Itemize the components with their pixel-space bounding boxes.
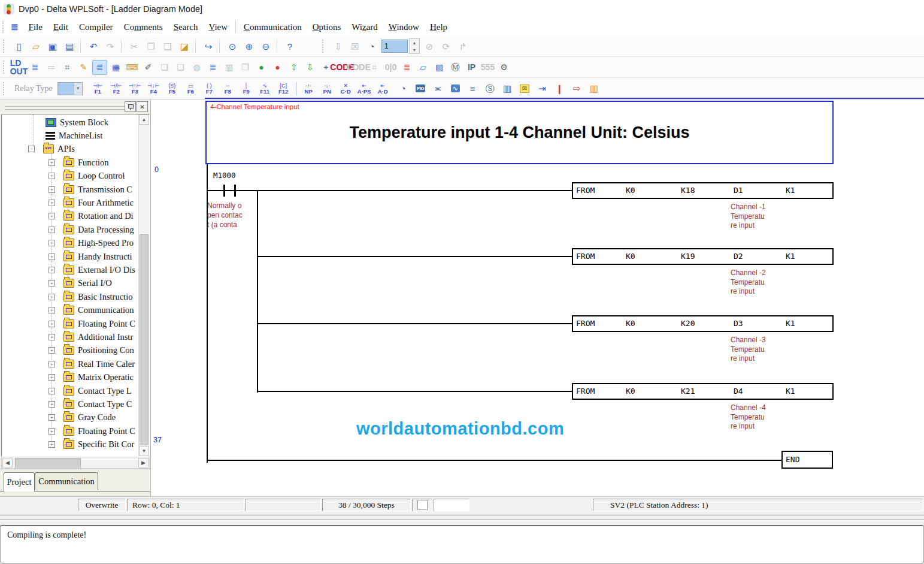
tree-expander[interactable]: + (49, 173, 55, 179)
menu-item[interactable]: Window (383, 20, 425, 34)
tree-expander[interactable]: + (49, 321, 55, 327)
tree-expander[interactable]: + (49, 280, 55, 286)
line-number-icon[interactable]: ≣ (399, 60, 414, 75)
upload-program-icon[interactable]: ⇧ (286, 60, 301, 75)
goto-icon[interactable]: ↪ (201, 38, 216, 54)
np-button[interactable]: -↑- NP (300, 80, 317, 97)
settings-icon[interactable]: ⚙ (496, 60, 511, 75)
menu-item[interactable]: File (23, 20, 48, 34)
scroll-left-icon[interactable]: ◀ (2, 458, 13, 468)
tree-item[interactable]: + Floating Point C (2, 317, 139, 330)
ad-button[interactable]: ⇤ A·D (374, 80, 392, 97)
spinner-down-icon[interactable]: ▼ (410, 46, 419, 53)
cd-button[interactable]: ✕ C·D (337, 80, 355, 97)
monitor-m-icon[interactable]: Ⓜ (448, 60, 463, 75)
stack-icon[interactable]: ≡ (465, 81, 480, 96)
menu-item[interactable]: Search (168, 20, 204, 34)
download-project-icon[interactable]: ⇩ (331, 38, 346, 54)
cut-icon[interactable]: ✂ (126, 38, 142, 54)
tree-expander[interactable]: + (49, 213, 55, 219)
tree-item[interactable]: + Loop Control (2, 170, 139, 183)
tree-expander[interactable]: + (49, 334, 55, 340)
zoom-icon[interactable]: ⊙ (225, 38, 240, 54)
ladder-mode-icon[interactable]: ≣ (28, 60, 43, 75)
tree-item[interactable]: MachineList (2, 129, 139, 142)
monitor-code-icon[interactable]: ⌗ (367, 60, 382, 75)
window-layout-icon[interactable]: ▱ (416, 60, 431, 75)
tree-item[interactable]: + Floating Point C (2, 424, 139, 438)
ld-out-icon[interactable]: LD OUT (11, 60, 26, 75)
save-icon[interactable]: ▣ (45, 38, 60, 54)
tree-expander[interactable]: + (49, 428, 55, 435)
tree-expander[interactable]: + (49, 307, 55, 313)
compile-instruction-icon[interactable]: ● (270, 60, 285, 75)
tree-item[interactable]: + Transmission C (2, 183, 139, 196)
scrollbar-thumb[interactable] (15, 458, 81, 468)
clock-icon[interactable]: ◔ (364, 38, 380, 54)
sfc-mode-icon[interactable]: ⌗ (60, 60, 75, 75)
bulb-icon[interactable]: ◍ (189, 60, 204, 75)
tree-item[interactable]: + External I/O Dis (2, 263, 139, 276)
menu-item[interactable]: View (203, 20, 233, 34)
tree-item[interactable]: + Four Arithmetic (2, 196, 139, 209)
tree-item[interactable]: + Contact Type L (2, 384, 139, 397)
tree-item[interactable]: + Real Time Caler (2, 357, 139, 370)
ladder-monitor-icon[interactable]: ≣ (205, 60, 220, 75)
thermometer-icon[interactable]: ❙ (552, 81, 567, 96)
copy-icon[interactable]: ❐ (143, 38, 159, 54)
tree-item[interactable]: + Additional Instr (2, 330, 139, 343)
tab-communication[interactable]: Communication (35, 472, 98, 490)
step-number-spinner[interactable]: ▲▼ (409, 38, 420, 54)
device-monitor-icon[interactable]: ▥ (500, 81, 515, 96)
ladder-view-icon[interactable]: ≣ (92, 60, 107, 75)
tree-item[interactable]: + Positioning Con (2, 344, 139, 357)
monitor-ip-icon[interactable]: IP (464, 60, 479, 75)
counter-bridge-icon[interactable]: ≍ (431, 81, 446, 96)
fkey-f3[interactable]: ⊣↑⊢ F3 (126, 80, 144, 97)
instruction-table-icon[interactable]: ▦ (108, 60, 123, 75)
output-splitter[interactable] (0, 513, 924, 525)
tree-expander[interactable]: + (49, 414, 55, 421)
fkey-f1[interactable]: ⊣⊢ F1 (89, 80, 107, 97)
print-icon[interactable]: ▤ (62, 38, 77, 54)
open-file-icon[interactable]: ▱ (28, 38, 44, 54)
pn-button[interactable]: -↓- PN (319, 80, 336, 97)
fkey-f6[interactable]: ▭ F6 (182, 80, 199, 97)
tree-item[interactable]: + Communication (2, 303, 139, 316)
message-icon[interactable]: ✉ (517, 81, 532, 96)
paste-icon[interactable]: ❑ (160, 38, 175, 54)
tree-item[interactable]: + Serial I/O (2, 277, 139, 290)
download-program-icon[interactable]: ⇩ (302, 60, 317, 75)
new-file-icon[interactable]: ▯ (11, 38, 27, 54)
tree-expander[interactable]: + (49, 361, 55, 367)
tree-expander[interactable]: + (49, 441, 55, 448)
spinner-up-icon[interactable]: ▲ (410, 39, 419, 46)
tree-item[interactable]: + Basic Instructio (2, 290, 139, 303)
menu-item[interactable]: Options (307, 20, 347, 34)
fkey-f7[interactable]: ( ) F7 (201, 80, 218, 97)
scroll-right-icon[interactable]: ▶ (138, 458, 149, 468)
row-comment-icon[interactable]: ❏ (157, 60, 172, 75)
menu-item[interactable]: Comments (119, 20, 168, 34)
undo-icon[interactable]: ↶ (86, 38, 101, 54)
edit-comment-icon[interactable]: ✎ (76, 60, 91, 75)
tree-horizontal-scrollbar[interactable]: ◀ ▶ (1, 457, 150, 469)
scrollbar-thumb[interactable] (140, 234, 149, 445)
memory-bars-icon[interactable]: ▥ (587, 81, 602, 96)
tree-expander[interactable]: − (28, 146, 35, 152)
pid-icon[interactable]: PID (413, 81, 428, 96)
pin-step-icon[interactable]: ↱ (455, 38, 471, 54)
tree-expander[interactable]: + (49, 374, 55, 381)
tree-expander[interactable]: + (49, 227, 55, 233)
tree-expander[interactable]: + (49, 388, 55, 394)
tree-expander[interactable]: + (49, 159, 55, 166)
tree-item[interactable]: + Handy Instructi (2, 250, 139, 263)
tree-expander[interactable]: + (49, 200, 55, 206)
tree-item[interactable]: + Specific Bit Cor (2, 438, 139, 451)
erase-icon[interactable]: ◪ (177, 38, 192, 54)
doc-monitor-icon[interactable]: ▥ (222, 60, 237, 75)
tab-project[interactable]: Project (4, 472, 35, 491)
tree-expander[interactable]: + (49, 186, 55, 193)
export-icon[interactable]: ⇨ (569, 81, 584, 96)
aps-button[interactable]: ⇤ A·PS (356, 80, 373, 97)
